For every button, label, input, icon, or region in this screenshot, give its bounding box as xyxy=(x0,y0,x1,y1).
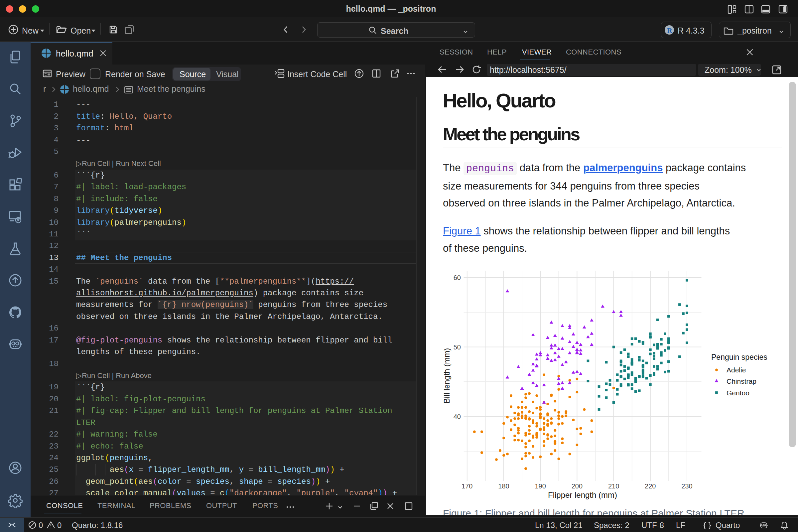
svg-text:220: 220 xyxy=(645,482,656,490)
svg-text:60: 60 xyxy=(454,274,461,281)
svg-text:230: 230 xyxy=(681,482,692,490)
svg-text:210: 210 xyxy=(608,482,619,490)
svg-text:Penguin species: Penguin species xyxy=(711,353,767,361)
svg-text:50: 50 xyxy=(454,343,461,351)
svg-text:Bill length (mm): Bill length (mm) xyxy=(442,348,451,404)
svg-text:170: 170 xyxy=(461,482,473,490)
svg-text:Chinstrap: Chinstrap xyxy=(726,377,757,385)
svg-text:40: 40 xyxy=(454,413,461,420)
svg-text:190: 190 xyxy=(535,482,546,490)
svg-text:Flipper length (mm): Flipper length (mm) xyxy=(548,491,617,499)
svg-text:200: 200 xyxy=(572,482,583,490)
svg-text:Adelie: Adelie xyxy=(726,366,746,374)
svg-text:Gentoo: Gentoo xyxy=(726,389,749,397)
svg-text:180: 180 xyxy=(498,482,509,490)
